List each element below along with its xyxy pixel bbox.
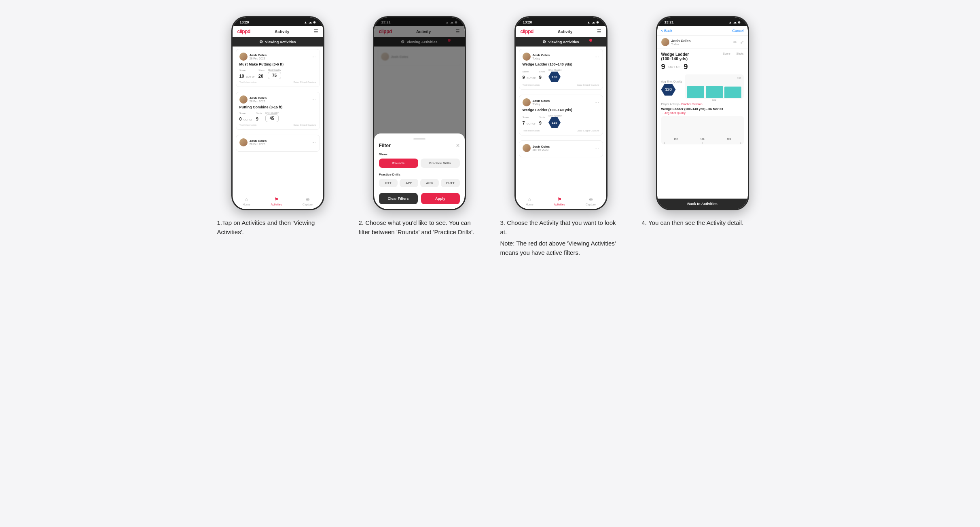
capture-icon: ⊕ bbox=[589, 197, 593, 202]
more-options-icon[interactable]: ··· bbox=[311, 97, 316, 102]
cancel-button[interactable]: Cancel bbox=[732, 29, 743, 33]
viewing-activities-banner[interactable]: ⚙ Viewing Activities bbox=[516, 37, 606, 47]
avg-shot-quality-label: Avg Shot Quality bbox=[661, 80, 682, 83]
bar-group-2: 124 bbox=[717, 138, 741, 141]
shots-label: Shots bbox=[258, 69, 265, 72]
shots-value: 9 bbox=[539, 75, 542, 80]
data-source: Data: Clippd Capture bbox=[576, 84, 599, 86]
back-to-activities-button[interactable]: Back to Activities bbox=[657, 199, 748, 209]
menu-icon[interactable]: ☰ bbox=[314, 29, 318, 34]
apply-button[interactable]: Apply bbox=[421, 193, 460, 204]
drill-btn-app[interactable]: APP bbox=[400, 179, 418, 187]
user-date: Today bbox=[533, 57, 550, 60]
user-date: 28 Feb 2023 bbox=[250, 143, 267, 146]
outof-label: OUT OF bbox=[527, 123, 536, 125]
score-value: 9 bbox=[523, 75, 525, 80]
close-icon[interactable]: ✕ bbox=[456, 143, 460, 148]
more-options-icon[interactable]: ··· bbox=[311, 55, 316, 59]
menu-icon[interactable]: ☰ bbox=[597, 29, 601, 34]
step-4: 13:21 ▲ ☁ ⊕ < Back Cancel Josh Coles Tod… bbox=[638, 16, 767, 230]
activity-card[interactable]: Josh Coles Today ··· Wedge Ladder (100–1… bbox=[519, 49, 603, 90]
signal-icon: ▲ bbox=[304, 21, 307, 24]
clear-filters-button[interactable]: Clear Filters bbox=[379, 193, 418, 204]
drill-btn-putt[interactable]: PUTT bbox=[441, 179, 459, 187]
detail-score: 9 bbox=[661, 63, 665, 71]
screen-content: Josh Coles 28 Feb 2023 ··· Must Make Put… bbox=[233, 47, 323, 194]
status-time: 13:21 bbox=[665, 20, 674, 24]
activities-icon: ⚑ bbox=[274, 197, 279, 202]
score-stat: Score 9 OUT OF bbox=[523, 70, 536, 80]
activity-card[interactable]: Josh Coles 28 Feb 2023 ··· Must Make Put… bbox=[236, 49, 320, 87]
shots-value: 9 bbox=[539, 121, 542, 125]
activity-card[interactable]: Josh Coles 28 Feb 2023 ··· Putting Combi… bbox=[236, 92, 320, 130]
filter-icon: ⚙ bbox=[542, 40, 546, 44]
avatar bbox=[239, 53, 248, 61]
shots-value: 9 bbox=[256, 116, 258, 121]
score-label: Score bbox=[239, 69, 255, 72]
card-header: Josh Coles 28 Feb 2023 ··· bbox=[239, 95, 316, 104]
show-label: Show bbox=[379, 152, 460, 156]
step-1: 13:20 ▲ ☁ ⊕ clippd Activity ☰ ⚙ Viewing … bbox=[213, 16, 343, 239]
shots-stat: Shots 9 bbox=[539, 70, 545, 80]
shots-value: 20 bbox=[258, 74, 263, 78]
bottom-nav: ⌂ Home ⚑ Activities ⊕ Capture bbox=[516, 194, 606, 209]
card-footer: Test Information Data: Clippd Capture bbox=[239, 124, 316, 126]
x-label-1: 1 bbox=[664, 142, 665, 144]
nav-capture[interactable]: ⊕ Capture bbox=[586, 197, 596, 206]
card-user: Josh Coles Today bbox=[523, 53, 550, 61]
outof-label: OUT OF bbox=[527, 77, 536, 79]
battery-icon: ⊕ bbox=[313, 21, 316, 24]
card-header: Josh Coles Today ··· bbox=[523, 53, 599, 61]
status-icons: ▲ ☁ ⊕ bbox=[587, 21, 599, 24]
detail-user-name: Josh Coles bbox=[671, 39, 691, 43]
banner-text: Viewing Activities bbox=[548, 40, 579, 44]
card-title: Putting Combine (3-15 ft) bbox=[239, 105, 316, 109]
more-options-icon[interactable]: ··· bbox=[595, 55, 599, 59]
notch bbox=[547, 17, 575, 24]
app-logo: clippd bbox=[237, 29, 250, 34]
detail-header: < Back Cancel bbox=[657, 26, 748, 36]
score-label: Score bbox=[523, 70, 536, 73]
detail-user-row: Josh Coles Today ✏ ⤢ bbox=[657, 36, 748, 49]
drill-btn-ott[interactable]: OTT bbox=[379, 179, 398, 187]
viewing-activities-banner[interactable]: ⚙ Viewing Activities bbox=[233, 37, 323, 47]
edit-icon[interactable]: ✏ bbox=[733, 40, 737, 45]
toggle-btn-rounds[interactable]: Rounds bbox=[379, 159, 418, 168]
back-button[interactable]: < Back bbox=[661, 29, 673, 33]
nav-capture[interactable]: ⊕ Capture bbox=[303, 197, 313, 206]
status-time: 13:20 bbox=[240, 20, 249, 24]
detail-icons: ✏ ⤢ bbox=[733, 40, 744, 45]
score-value: 10 bbox=[239, 74, 244, 78]
shots-stat: Shots 9 bbox=[539, 116, 545, 126]
score-col-label: Score bbox=[723, 52, 730, 61]
session-drill-title: Wedge Ladder (100–140 yds) - 06 Mar 23 bbox=[661, 107, 744, 111]
drill-btn-arg[interactable]: ARG bbox=[420, 179, 439, 187]
shots-col-label: Shots bbox=[737, 52, 744, 61]
user-date: 28 Feb 2023 bbox=[250, 100, 267, 103]
bar-value-1: 129 bbox=[701, 138, 705, 140]
nav-activities[interactable]: ⚑ Activities bbox=[554, 197, 565, 206]
nav-home[interactable]: ⌂ Home bbox=[526, 197, 533, 206]
step-desc-text: 4. You can then see the Activity detail. bbox=[642, 218, 763, 228]
more-options-icon[interactable]: ··· bbox=[595, 100, 599, 105]
status-time: 13:20 bbox=[523, 20, 532, 24]
more-options-icon[interactable]: ··· bbox=[595, 146, 599, 150]
chart-max-label: 130 bbox=[687, 77, 741, 79]
card-footer: Test Information Data: Clippd Capture bbox=[523, 129, 599, 132]
drill-buttons: OTTAPPARGPUTT bbox=[379, 179, 460, 187]
toggle-btn-practice-drills[interactable]: Practice Drills bbox=[421, 159, 460, 168]
card-header: Josh Coles Today ··· bbox=[523, 98, 599, 106]
expand-icon[interactable]: ⤢ bbox=[740, 40, 744, 45]
bar-group-0: 132 bbox=[664, 138, 688, 141]
phone-2: 13:21 ▲ ☁ ⊕ clippd Activity ☰ ⚙ Viewing … bbox=[373, 16, 466, 210]
more-options-icon[interactable]: ··· bbox=[311, 140, 316, 145]
nav-home[interactable]: ⌂ Home bbox=[243, 197, 250, 206]
modal-title: Filter bbox=[379, 143, 391, 148]
battery-icon: ⊕ bbox=[596, 21, 599, 24]
activity-card[interactable]: Josh Coles Today ··· Wedge Ladder (100–1… bbox=[519, 95, 603, 135]
nav-activities[interactable]: ⚑ Activities bbox=[271, 197, 282, 206]
avatar bbox=[523, 144, 531, 152]
signal-icon: ▲ bbox=[729, 21, 732, 24]
shots-stat: Shots 20 bbox=[258, 69, 265, 79]
score-value: 7 bbox=[523, 121, 525, 125]
